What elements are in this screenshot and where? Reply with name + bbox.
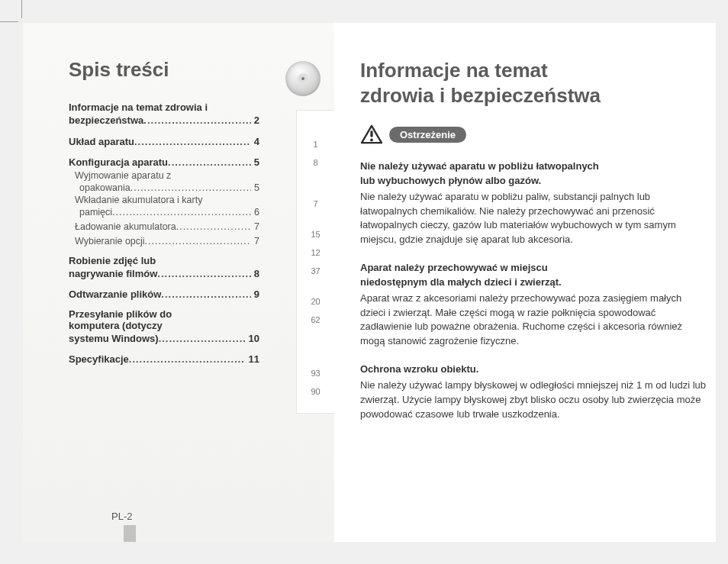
toc-label: pamięci: [75, 205, 112, 220]
toc-page: 9: [251, 287, 259, 302]
toc-label: nagrywanie filmów: [69, 266, 157, 282]
toc-label: Ładowanie akumulatora: [75, 220, 176, 234]
page-number: PL-2: [111, 511, 132, 522]
toc-subitem: Ładowanie akumulatora 7: [69, 220, 259, 234]
right-column: Informacje na temat zdrowia i bezpieczeń…: [334, 23, 716, 542]
section-title: Informacje na temat zdrowia i bezpieczeń…: [360, 58, 708, 108]
page-number-bar: [124, 525, 136, 542]
toc-item: Robienie zdjęć lub nagrywanie filmów 8: [69, 255, 259, 282]
toc-label: opakowania: [75, 181, 130, 195]
index-number: 7: [313, 196, 317, 211]
warning-header: Ostrzeżenie: [360, 124, 708, 144]
toc-label: Wkładanie akumulatora i karty: [75, 195, 259, 205]
section-heading: Ochrona wzroku obiektu.: [360, 363, 708, 377]
warning-pill: Ostrzeżenie: [389, 127, 466, 143]
index-number: 90: [311, 384, 320, 399]
toc-page: 8: [251, 266, 259, 282]
toc-leader: [176, 220, 251, 234]
disc-icon: [285, 61, 321, 96]
title-line: zdrowia i bezpieczeństwa: [360, 84, 601, 107]
toc-leader: [112, 205, 251, 220]
index-number: 12: [311, 245, 320, 260]
toc-label: Przesyłanie plików do: [69, 308, 259, 320]
toc-leader: [145, 234, 251, 249]
toc-page: 2: [251, 113, 259, 128]
crop-mark: [0, 21, 18, 22]
crop-mark: [21, 0, 22, 18]
toc-subitem: Wybieranie opcji 7: [69, 234, 259, 249]
safety-section: Aparat należy przechowywać w miejscu nie…: [360, 261, 708, 349]
toc-page: 7: [251, 234, 259, 249]
toc-label: bezpieczeństwa: [69, 113, 143, 128]
title-line: Informacje na temat: [360, 59, 548, 82]
section-heading: Nie należy używać aparatu w pobliżu łatw…: [360, 160, 708, 189]
index-number: 20: [311, 294, 320, 309]
toc-item: Informacje na temat zdrowia i bezpieczeń…: [69, 102, 259, 128]
toc-page: 10: [246, 331, 259, 346]
toc-leader: [159, 331, 246, 346]
toc-item: Konfiguracja aparatu 5: [69, 155, 259, 170]
toc-leader: [129, 352, 246, 367]
toc-item: Przesyłanie plików do komputera (dotyczy…: [69, 308, 259, 346]
toc-page: 5: [251, 181, 259, 195]
toc-page: 6: [251, 205, 259, 220]
toc-item: Odtwarzanie plików 9: [69, 287, 259, 302]
toc-leader: [134, 134, 251, 150]
svg-point-2: [370, 139, 373, 142]
section-body: Nie należy używać aparatu w pobliżu pali…: [360, 190, 708, 247]
index-number: 93: [311, 366, 320, 381]
toc-label: Informacje na temat zdrowia i: [69, 102, 259, 113]
toc-page: 7: [251, 220, 259, 234]
index-number: 62: [311, 312, 320, 327]
safety-section: Nie należy używać aparatu w pobliżu łatw…: [360, 160, 708, 247]
toc-subitem: Wyjmowanie aparatu z opakowania 5: [69, 170, 259, 195]
section-body: Nie należy używać lampy błyskowej w odle…: [360, 379, 708, 422]
toc-label: systemu Windows): [69, 331, 159, 346]
page-spread: Spis treści Informacje na temat zdrowia …: [23, 23, 716, 542]
toc-page: 4: [251, 134, 259, 150]
index-number: 1: [313, 137, 317, 152]
toc-leader: [130, 181, 251, 195]
index-number: 8: [313, 155, 317, 170]
section-body: Aparat wraz z akcesoriami należy przecho…: [360, 292, 708, 349]
toc-label: Odtwarzanie plików: [69, 287, 161, 302]
toc-label: Robienie zdjęć lub: [69, 255, 259, 266]
index-number: 15: [311, 227, 320, 242]
warning-triangle-icon: [360, 124, 383, 144]
toc-label: Wybieranie opcji: [75, 234, 145, 249]
toc-label: Konfiguracja aparatu: [69, 155, 168, 170]
left-column: Spis treści Informacje na temat zdrowia …: [23, 23, 334, 542]
toc-page: 5: [251, 155, 259, 170]
toc-item: Specyfikacje 11: [69, 352, 259, 367]
toc-page: 11: [246, 352, 259, 367]
toc-leader: [168, 155, 251, 170]
toc-leader: [143, 113, 251, 128]
toc-label: Układ aparatu: [69, 134, 134, 150]
toc-subitem: Wkładanie akumulatora i karty pamięci 6: [69, 195, 259, 220]
toc-label: Wyjmowanie aparatu z: [75, 170, 259, 181]
toc-title: Spis treści: [69, 58, 319, 82]
toc-label: Specyfikacje: [69, 352, 129, 367]
page-index-strip: 1 8 7 15 12 37 20 62 93 90: [296, 110, 334, 414]
svg-rect-1: [370, 131, 372, 137]
toc-item: Układ aparatu 4: [69, 134, 259, 150]
toc-label: komputera (dotyczy: [69, 320, 259, 331]
toc-leader: [157, 266, 250, 282]
index-number: 37: [311, 263, 320, 279]
table-of-contents: Informacje na temat zdrowia i bezpieczeń…: [69, 102, 259, 367]
section-heading: Aparat należy przechowywać w miejscu nie…: [360, 261, 708, 290]
safety-section: Ochrona wzroku obiektu. Nie należy używa…: [360, 363, 708, 421]
toc-leader: [161, 287, 250, 302]
